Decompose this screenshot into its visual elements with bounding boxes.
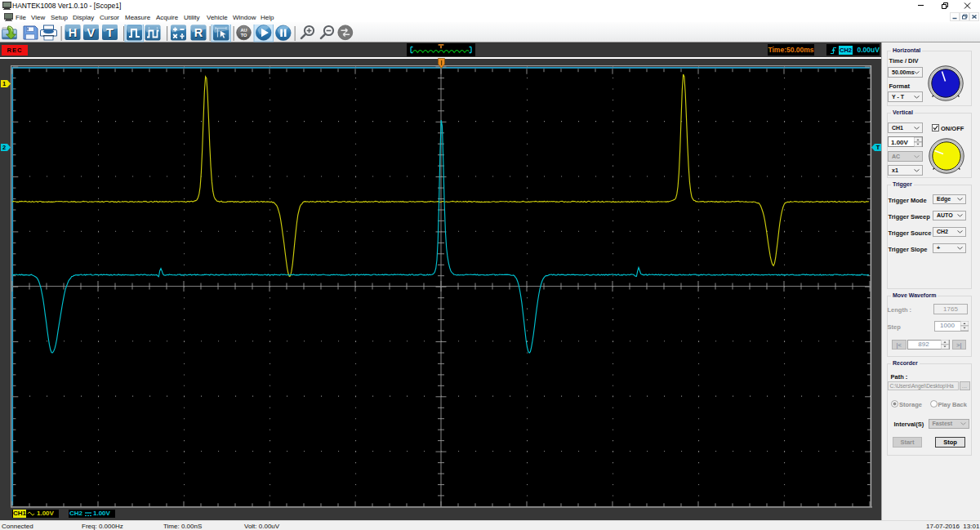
svg-text:2: 2 [2, 144, 6, 151]
svg-text:V: V [87, 26, 96, 39]
svg-text:H: H [69, 26, 77, 39]
svg-text:T: T [876, 144, 880, 151]
svg-text:TO: TO [241, 33, 247, 38]
svg-text:R: R [194, 26, 203, 39]
svg-text:T: T [106, 26, 114, 39]
svg-text:1: 1 [2, 80, 6, 87]
